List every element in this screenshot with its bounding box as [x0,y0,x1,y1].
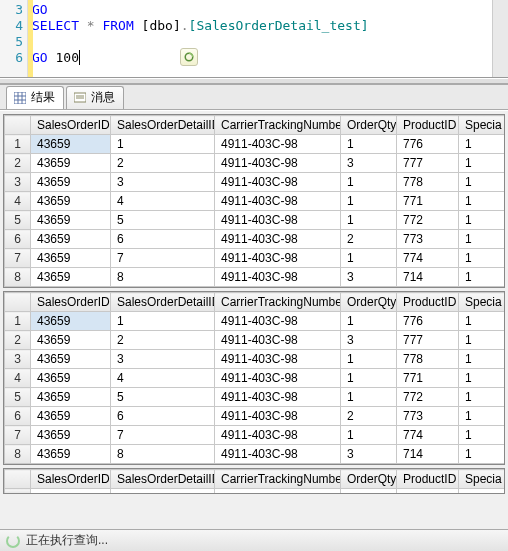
cell[interactable]: 1 [459,407,505,426]
cell[interactable]: 43659 [31,135,111,154]
cell[interactable]: 1 [459,331,505,350]
cell[interactable]: 43659 [31,426,111,445]
code-line[interactable]: GO 100 [32,50,504,66]
cell[interactable]: 43659 [31,268,111,287]
cell[interactable]: 714 [397,268,459,287]
table-row[interactable]: 74365974911-403C-9817741 [5,249,505,268]
table-row[interactable]: 44365944911-403C-9817711 [5,369,505,388]
table-row[interactable]: 14365914911-403C-9817761 [5,312,505,331]
cell[interactable]: 1 [341,249,397,268]
cell[interactable]: 773 [397,407,459,426]
cell[interactable]: 43659 [31,350,111,369]
cell[interactable]: 771 [397,192,459,211]
cell[interactable]: 4911-403C-98 [215,211,341,230]
table-row[interactable]: 24365924911-403C-9837771 [5,154,505,173]
cell[interactable]: 1 [459,268,505,287]
row-header[interactable]: 6 [5,230,31,249]
grid-corner[interactable] [5,470,31,489]
cell[interactable]: 1 [341,211,397,230]
cell[interactable]: 5 [111,388,215,407]
cell[interactable]: 1 [341,173,397,192]
cell[interactable]: 778 [397,173,459,192]
code-line[interactable] [32,34,504,50]
cell[interactable]: 7 [111,426,215,445]
cell[interactable]: 778 [397,350,459,369]
column-header[interactable]: SalesOrderID [31,293,111,312]
cell[interactable]: 2 [341,230,397,249]
cell[interactable]: 43659 [31,407,111,426]
column-header[interactable]: OrderQty [341,293,397,312]
cell[interactable]: 4911-403C-98 [215,173,341,192]
cell[interactable]: 43659 [31,331,111,350]
column-header[interactable]: SalesOrderDetailID [111,470,215,489]
cell[interactable]: 4911-403C-98 [215,249,341,268]
cell[interactable]: 4911-403C-98 [215,369,341,388]
row-header[interactable]: 7 [5,249,31,268]
code-line[interactable]: GO [32,2,504,18]
cell[interactable]: 8 [111,268,215,287]
row-header[interactable]: 8 [5,445,31,464]
cell[interactable]: 3 [341,331,397,350]
cell[interactable]: 43659 [31,369,111,388]
cell[interactable]: 43659 [31,445,111,464]
cell[interactable]: 1 [459,249,505,268]
cell[interactable]: 43659 [31,173,111,192]
cell[interactable]: 776 [397,312,459,331]
cell[interactable]: 1 [111,312,215,331]
cell[interactable]: 1 [341,192,397,211]
cell[interactable]: 1 [341,426,397,445]
cell[interactable]: 1 [459,388,505,407]
cell[interactable]: 4911-403C-98 [215,154,341,173]
editor-vertical-scrollbar[interactable] [492,0,508,77]
cell[interactable]: 776 [397,135,459,154]
cell[interactable]: 4 [111,369,215,388]
column-header[interactable]: ProductID [397,116,459,135]
column-header[interactable]: Specia [459,470,505,489]
cell[interactable]: 7 [111,249,215,268]
row-header[interactable]: 3 [5,350,31,369]
cell[interactable]: 1 [111,135,215,154]
cell[interactable]: 773 [397,230,459,249]
cell[interactable]: 3 [111,350,215,369]
cell[interactable]: 43659 [31,192,111,211]
table-row[interactable]: 14365914911-403C-9817761 [5,135,505,154]
cell[interactable]: 3 [341,154,397,173]
cell[interactable]: 43659 [31,230,111,249]
cell[interactable]: 1 [459,230,505,249]
row-header[interactable]: 2 [5,331,31,350]
cell[interactable]: 1 [459,312,505,331]
cell[interactable]: 1 [459,211,505,230]
cell[interactable]: 1 [341,388,397,407]
cell[interactable]: 772 [397,388,459,407]
cell[interactable]: 4911-403C-98 [215,230,341,249]
cell[interactable]: 4911-403C-98 [215,350,341,369]
cell[interactable]: 4911-403C-98 [215,192,341,211]
table-row[interactable]: 44365944911-403C-9817711 [5,192,505,211]
code-line[interactable]: SELECT * FROM [dbo].[SalesOrderDetail_te… [32,18,504,34]
row-header[interactable]: 3 [5,173,31,192]
cell[interactable]: 4911-403C-98 [215,388,341,407]
cell[interactable]: 1 [459,369,505,388]
cell[interactable]: 6 [111,407,215,426]
cell[interactable]: 4911-403C-98 [215,407,341,426]
column-header[interactable]: Specia [459,293,505,312]
cell[interactable]: 1 [341,135,397,154]
cell[interactable]: 4911-403C-98 [215,135,341,154]
table-row[interactable]: 64365964911-403C-9827731 [5,407,505,426]
cell[interactable]: 2 [111,331,215,350]
table-row[interactable]: 74365974911-403C-9817741 [5,426,505,445]
cell[interactable]: 1 [341,369,397,388]
column-header[interactable]: SalesOrderID [31,116,111,135]
cell[interactable]: 1 [341,350,397,369]
result-grid-2[interactable]: SalesOrderIDSalesOrderDetailIDCarrierTra… [3,291,505,465]
cell[interactable]: 4911-403C-98 [215,331,341,350]
cell[interactable]: 777 [397,154,459,173]
cell[interactable]: 4911-403C-98 [215,268,341,287]
cell[interactable]: 772 [397,211,459,230]
row-header[interactable]: 5 [5,211,31,230]
cell[interactable]: 4911-403C-98 [215,312,341,331]
cell[interactable]: 774 [397,426,459,445]
cell[interactable]: 4911-403C-98 [215,445,341,464]
cell[interactable]: 1 [459,445,505,464]
cell[interactable]: 3 [341,268,397,287]
